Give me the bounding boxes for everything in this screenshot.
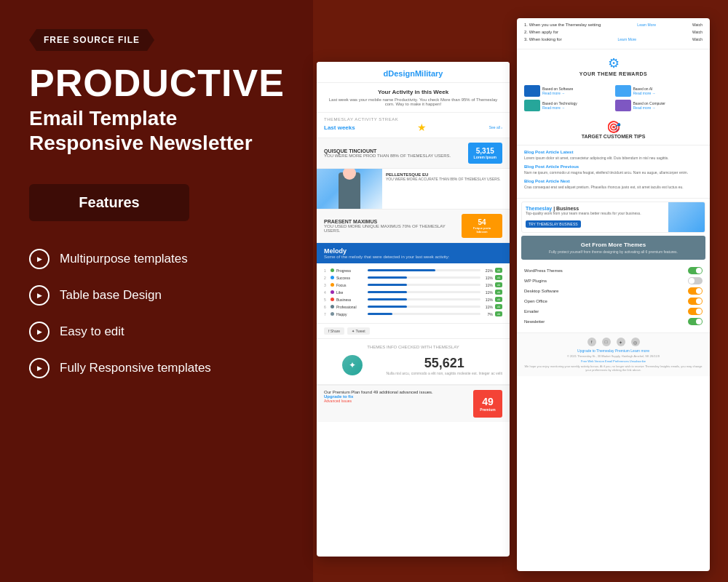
reward-item-2: Based on AI Read more → bbox=[615, 85, 703, 97]
feature-item-responsive: Fully Responsive templates bbox=[29, 358, 284, 378]
stat1-label: QUISQUE TINCIOUNTYOU WERE MORE PROD THAN… bbox=[324, 148, 451, 158]
toggle-row-3: Desktop Software bbox=[524, 287, 703, 295]
features-label: Features bbox=[47, 194, 172, 211]
feature-text-3: Easy to edit bbox=[60, 324, 124, 339]
progress-row-1: 1 Progress 21% ok bbox=[324, 268, 502, 273]
business-section: Themeslay | Business Top-quality work fr… bbox=[521, 202, 705, 233]
footer-links[interactable]: Free Web Version Email Preferences Unsub… bbox=[524, 359, 703, 363]
blog-post-2-title[interactable]: Blog Post Article Previous bbox=[524, 164, 703, 169]
stat2-section: PRAESENT MAXIMUSYOU USED MORE UNIQUE MAX… bbox=[317, 210, 510, 243]
facebook-share-btn[interactable]: f Share bbox=[324, 327, 344, 335]
reward-thumb-2 bbox=[615, 85, 631, 97]
blog-post-2-text: Nam ne ipsum, commodo ut magna feugiat, … bbox=[524, 170, 703, 175]
logo-text: DesignMilitary bbox=[388, 69, 443, 78]
progress-row-7: 7 Happy 7% ok bbox=[324, 311, 502, 316]
blog-section: Blog Post Article Latest Lorem ipsum dol… bbox=[517, 146, 710, 199]
feature-item-table: Table base Design bbox=[29, 285, 284, 306]
person-image bbox=[317, 169, 382, 209]
toggle-open-office[interactable] bbox=[688, 298, 703, 305]
toggles-section: WordPress Themes WP Plugins Desktop Soft… bbox=[517, 263, 710, 332]
activity-desc: Last week was your mobile name Productiv… bbox=[324, 97, 502, 106]
toggle-newsletter[interactable] bbox=[688, 318, 703, 325]
themes-circle-icon: ✦ bbox=[342, 355, 363, 375]
reward-link-2[interactable]: Read more → bbox=[633, 91, 656, 95]
footer-social-icons: f □ ✦ ◎ bbox=[524, 338, 703, 346]
blog-post-1-text: Lorem ipsum dolor sit amet, consectetur … bbox=[524, 156, 703, 161]
toggle-desktop[interactable] bbox=[688, 287, 703, 295]
streak-value: Last weeks bbox=[324, 124, 355, 131]
reward-item-4: Based on Computer Read more → bbox=[615, 100, 703, 111]
stat1-section: QUISQUE TINCIOUNTYOU WERE MORE PROD THAN… bbox=[317, 138, 510, 169]
upgrade-number-box: 49 Premium bbox=[473, 390, 502, 418]
image-stat-text: PELLENTESQUE EU YOU WERE MORE ACCURATE T… bbox=[382, 169, 510, 209]
streak-star-icon: ★ bbox=[417, 121, 427, 133]
social4-icon[interactable]: ◎ bbox=[631, 338, 640, 346]
twitter-icon[interactable]: ✦ bbox=[617, 338, 625, 346]
subtitle-line1: Email Template bbox=[29, 107, 177, 129]
target-title: TARGET CUSTOMER TIPS bbox=[523, 134, 704, 139]
blog-post-1-title[interactable]: Blog Post Article Latest bbox=[524, 150, 703, 154]
badge-label: FREE SOURCE FILE bbox=[29, 29, 154, 51]
toggle-wp-plugins[interactable] bbox=[688, 277, 703, 284]
feature-arrow-icon-1 bbox=[29, 249, 50, 269]
activity-section: Your Activity in this Week Last week was… bbox=[317, 83, 510, 113]
reward-thumb-3 bbox=[524, 100, 540, 111]
reward-title: YOUR THEME REWARDS bbox=[523, 71, 704, 76]
footer-desc: We hope you enjoy monitoring your weekly… bbox=[524, 364, 703, 372]
reward-item-3: Based on Technology Read more → bbox=[524, 100, 612, 111]
target-icon: 🎯 bbox=[523, 120, 704, 134]
reward-link-3[interactable]: Read more → bbox=[542, 105, 577, 110]
footer-upgrade-link[interactable]: Upgrade to Themeslay Premium Learn more bbox=[524, 348, 703, 353]
toggle-wordpress[interactable] bbox=[688, 267, 703, 274]
reward-link-4[interactable]: Read more → bbox=[633, 105, 665, 110]
feature-text-2: Table base Design bbox=[60, 288, 162, 303]
toggle-row-5: Emailer bbox=[524, 308, 703, 315]
toggle-emailer[interactable] bbox=[688, 308, 703, 315]
subtitle-line2: Responsive Newsletter bbox=[29, 132, 253, 154]
feature-text-4: Fully Responsive templates bbox=[60, 361, 211, 375]
stat2-number: 54 Feique porta labicom bbox=[462, 214, 502, 238]
melody-section: Melody Some of the melody that were dete… bbox=[317, 243, 510, 263]
features-box: Features bbox=[29, 184, 189, 221]
progress-row-3: 3 Focus 11% ok bbox=[324, 282, 502, 287]
right-row-1-link[interactable]: Learn More bbox=[637, 23, 656, 27]
feature-arrow-icon-4 bbox=[29, 358, 50, 378]
progress-row-2: 2 Success 11% ok bbox=[324, 275, 502, 280]
business-image bbox=[668, 202, 705, 232]
stat1-number: 5,315 Lorem Ipsum bbox=[468, 143, 502, 164]
features-list: Multipurpose templates Table base Design… bbox=[29, 249, 284, 378]
get-themes-title: Get From More Themes bbox=[527, 242, 700, 248]
business-brand: Themeslay | Business bbox=[526, 206, 665, 211]
footer-copyright: © 2021 Themeslay St., 30 Market Supply, … bbox=[524, 354, 703, 358]
get-themes-section: Get From More Themes Fully protect yours… bbox=[521, 236, 705, 260]
feature-item-easy: Easy to edit bbox=[29, 322, 284, 342]
blog-post-3-text: Cras consequat erat sed aliquet pretium.… bbox=[524, 185, 703, 190]
facebook-icon[interactable]: f bbox=[587, 338, 596, 346]
feature-arrow-icon-2 bbox=[29, 285, 50, 306]
progress-section: 1 Progress 21% ok 2 Success 11% ok 3 Foc… bbox=[317, 263, 510, 324]
feature-item-multipurpose: Multipurpose templates bbox=[29, 249, 284, 269]
feature-text-1: Multipurpose templates bbox=[60, 252, 188, 266]
activity-title: Your Activity in this Week bbox=[324, 89, 502, 95]
stat2-label: PRAESENT MAXIMUSYOU USED MORE UNIQUE MAX… bbox=[324, 219, 462, 233]
blog-post-3-title[interactable]: Blog Post Article Next bbox=[524, 179, 703, 183]
themes-label: THEMES INFO CHECKED WITH THEMESLAY bbox=[324, 345, 502, 349]
upgrade-section: 49 Premium Our Premium Plan found 49 add… bbox=[317, 385, 510, 422]
reward-link-1[interactable]: Read more → bbox=[542, 91, 573, 95]
twitter-tweet-btn[interactable]: ✦ Tweet bbox=[347, 327, 370, 335]
get-themes-desc: Fully protect yourself from theme design… bbox=[527, 250, 700, 254]
right-row-3-link[interactable]: Learn More bbox=[618, 37, 637, 41]
email-header-left: dDesignMilitary bbox=[317, 62, 510, 83]
themes-section: THEMES INFO CHECKED WITH THEMESLAY ✦ 55,… bbox=[317, 339, 510, 385]
feature-arrow-icon-3 bbox=[29, 322, 50, 342]
email-footer-right: f □ ✦ ◎ Upgrade to Themeslay Premium Lea… bbox=[517, 332, 710, 376]
business-btn[interactable]: TRY THEMESLAY BUSINESS bbox=[526, 220, 581, 228]
right-panel: dDesignMilitary Your Activity in this We… bbox=[302, 0, 728, 582]
progress-row-4: 4 Like 11% ok bbox=[324, 290, 502, 295]
instagram-icon[interactable]: □ bbox=[602, 338, 611, 346]
right-rows-section: 1. When you use the Themeslay setting Le… bbox=[517, 18, 710, 49]
left-content: FREE SOURCE FILE PRODUCTIVE Email Templa… bbox=[0, 0, 313, 582]
toggle-row-4: Open Office bbox=[524, 298, 703, 305]
toggle-row-1: WordPress Themes bbox=[524, 267, 703, 274]
target-section: 🎯 TARGET CUSTOMER TIPS bbox=[517, 114, 710, 146]
